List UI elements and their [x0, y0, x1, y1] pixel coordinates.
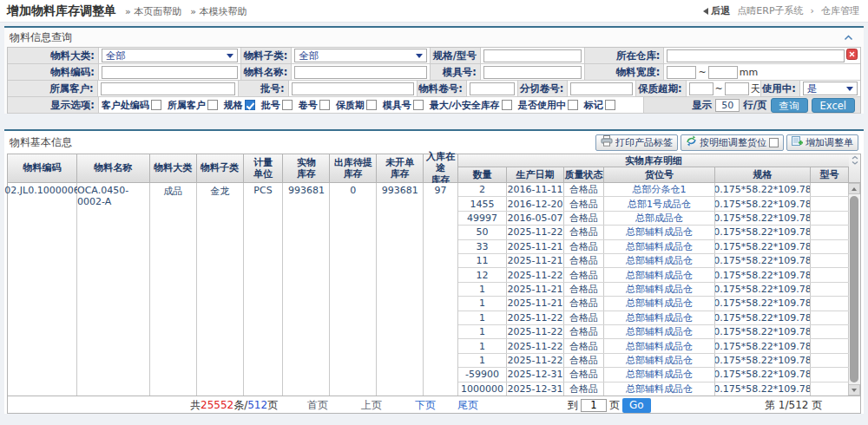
customer-input[interactable]: [101, 82, 236, 95]
scroll-up-icon[interactable]: [848, 183, 860, 194]
detail-row[interactable]: 11 2025-11-21 合格品 总部辅料成品仓 0.175*58.22*10…: [458, 254, 849, 268]
sub-category-select[interactable]: 全部: [294, 49, 427, 62]
adjust-by-detail-checkbox[interactable]: [769, 138, 779, 147]
scrollbar-thumb[interactable]: [850, 196, 858, 382]
display-option-checkbox[interactable]: [245, 100, 255, 110]
last-page-link[interactable]: 尾页: [457, 396, 478, 414]
in-use-label: 使用中:: [762, 82, 796, 95]
detail-row[interactable]: -59900 2025-12-31 合格品 总部辅料成品仓 0.175*58.2…: [458, 368, 849, 382]
detail-row[interactable]: 49997 2016-05-07 合格品 总部成品仓 0.175*58.22*1…: [458, 212, 849, 226]
scroll-down-icon[interactable]: [848, 384, 860, 396]
display-option: 批号: [261, 99, 293, 112]
detail-row[interactable]: 1455 2016-12-20 合格品 总部1号成品仓 0.175*58.22*…: [458, 197, 849, 211]
shelf-overdue-from-input[interactable]: [689, 82, 713, 95]
display-option-label: 最大/小安全库存: [430, 99, 500, 112]
add-adjustment-order-button[interactable]: 增加调整单: [786, 134, 858, 151]
breadcrumb-module[interactable]: 仓库管理: [821, 4, 859, 17]
col-location-no: 货位号: [604, 167, 715, 183]
detail-row[interactable]: 33 2025-11-21 合格品 总部辅料成品仓 0.175*58.22*10…: [458, 240, 849, 254]
detail-spec: 0.175*58.22*109.78: [715, 254, 811, 267]
search-button[interactable]: 查询: [771, 98, 808, 113]
width-unit-label: mm: [740, 67, 758, 78]
back-button[interactable]: 后退: [703, 4, 730, 17]
detail-row[interactable]: 1 2025-11-22 合格品 总部辅料成品仓 0.175*58.22*109…: [458, 339, 849, 353]
detail-model: [811, 297, 849, 310]
display-option-checkbox[interactable]: [207, 100, 218, 110]
print-product-label-button[interactable]: 打印产品标签: [595, 134, 678, 151]
detail-row[interactable]: 1 2025-11-21 合格品 总部辅料成品仓 0.175*58.22*109…: [458, 297, 849, 311]
detail-row[interactable]: 1 2025-11-22 合格品 总部辅料成品仓 0.175*58.22*109…: [458, 325, 849, 339]
adjust-location-by-detail-button[interactable]: 按明细调整货位: [681, 134, 784, 151]
material-code-input[interactable]: [102, 66, 239, 79]
detail-header-group: 实物库存明细 数量 生产日期 质量状态 货位号 规格 型号: [458, 154, 849, 183]
detail-row[interactable]: 1 2025-11-21 合格品 总部辅料成品仓 0.175*58.22*109…: [458, 283, 849, 297]
slit-roll-no-input[interactable]: [570, 82, 633, 95]
detail-spec: 0.175*58.22*109.78: [715, 297, 811, 310]
detail-qty: 33: [458, 240, 507, 253]
next-page-link[interactable]: 下页: [415, 396, 436, 414]
shelf-overdue-tilde: ~: [715, 83, 723, 95]
display-option-checkbox[interactable]: [319, 100, 330, 110]
inventory-table: 物料编码 物料名称 物料大类 物料子类 计量 单位 实物 库存 出库待提 库存 …: [7, 154, 861, 414]
roll-no-input[interactable]: [470, 82, 515, 95]
display-option-checkbox[interactable]: [282, 100, 293, 110]
adjust-arrows-icon: [686, 135, 697, 149]
table-header: 物料编码 物料名称 物料大类 物料子类 计量 单位 实物 库存 出库待提 库存 …: [8, 154, 860, 183]
warehouse-clear-icon[interactable]: [846, 49, 858, 62]
detail-status: 合格品: [564, 240, 604, 253]
display-option-checkbox[interactable]: [151, 100, 161, 110]
detail-spec: 0.175*58.22*109.78: [715, 268, 811, 281]
detail-date: 2025-11-22: [507, 339, 564, 352]
display-option-checkbox[interactable]: [502, 100, 512, 110]
collapse-chevron-icon[interactable]: [844, 31, 853, 43]
display-option-checkbox[interactable]: [568, 100, 578, 110]
big-category-select[interactable]: 全部: [102, 49, 239, 62]
detail-row[interactable]: 2 2016-11-11 合格品 总部分条仓1 0.175*58.22*109.…: [458, 183, 849, 197]
detail-model: [811, 325, 849, 338]
detail-date: 2025-11-21: [507, 297, 564, 310]
batch-no-input[interactable]: [292, 82, 414, 95]
module-help-link[interactable]: » 本模块帮助: [190, 5, 247, 18]
display-option-checkbox[interactable]: [605, 100, 615, 110]
display-option: 标记: [584, 99, 615, 112]
first-page-link[interactable]: 首页: [307, 396, 328, 414]
detail-spec: 0.175*58.22*109.78: [715, 311, 811, 324]
go-button[interactable]: Go: [622, 398, 651, 413]
mold-no-input[interactable]: [483, 66, 582, 79]
goto-page-input[interactable]: [581, 399, 607, 412]
display-option-label: 规格: [224, 99, 243, 112]
add-document-icon: [792, 135, 803, 149]
detail-date: 2025-12-31: [507, 382, 564, 396]
breadcrumb-system[interactable]: 点晴ERP子系统: [737, 4, 803, 17]
display-option-checkbox[interactable]: [366, 100, 377, 110]
spec-model-input[interactable]: [483, 49, 582, 62]
page-title: 增加物料库存调整单: [7, 3, 116, 19]
col-unit: 计量 单位: [244, 154, 284, 183]
total-records: 25552: [201, 399, 233, 411]
page-help-link[interactable]: » 本页面帮助: [125, 5, 181, 18]
cell-outbound-pending: 0: [330, 183, 377, 396]
detail-row[interactable]: 50 2025-11-22 合格品 总部辅料成品仓 0.175*58.22*10…: [458, 226, 849, 239]
detail-location: 总部辅料成品仓: [604, 382, 715, 396]
in-use-select[interactable]: 是: [803, 82, 858, 95]
detail-location: 总部辅料成品仓: [604, 354, 715, 367]
prev-page-link[interactable]: 上页: [361, 396, 382, 414]
page-size-input[interactable]: [715, 99, 740, 112]
shelf-overdue-to-input[interactable]: [725, 82, 749, 95]
detail-row[interactable]: 12 2025-11-22 合格品 总部辅料成品仓 0.175*58.22*10…: [458, 268, 849, 282]
detail-row[interactable]: 1 2025-11-22 合格品 总部辅料成品仓 0.175*58.22*109…: [458, 354, 849, 368]
detail-scrollbar[interactable]: [849, 183, 860, 396]
detail-row[interactable]: 1000000 2025-12-31 合格品 总部辅料成品仓 0.175*58.…: [458, 382, 849, 396]
material-name-input[interactable]: [294, 66, 427, 79]
expand-collapse-icon[interactable]: [849, 154, 860, 183]
material-width-from-input[interactable]: [667, 66, 696, 79]
display-option-checkbox[interactable]: [413, 100, 424, 110]
cell-physical-stock: 993681: [283, 183, 330, 396]
table-toolbar: 打印产品标签 按明细调整货位 增加调整单: [595, 134, 858, 151]
chevron-down-icon: [227, 54, 233, 58]
excel-button[interactable]: Excel: [812, 98, 855, 113]
detail-row[interactable]: 1 2025-11-22 合格品 总部辅料成品仓 0.175*58.22*109…: [458, 311, 849, 325]
material-width-to-input[interactable]: [708, 66, 738, 79]
detail-qty: -59900: [458, 368, 507, 381]
warehouse-input[interactable]: [667, 49, 845, 62]
